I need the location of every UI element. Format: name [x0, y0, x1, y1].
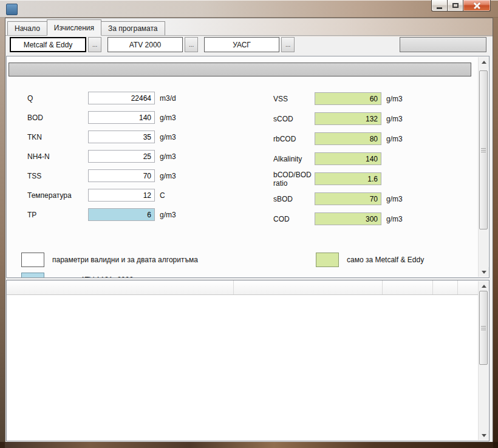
- method-options-button[interactable]: ...: [88, 37, 101, 52]
- close-icon: [473, 2, 481, 9]
- method-button[interactable]: УАСГ: [204, 37, 279, 52]
- results-table: [6, 280, 489, 441]
- thumb-grip-icon: [481, 326, 486, 330]
- maximize-button[interactable]: [447, 0, 463, 12]
- tab[interactable]: Изчисления: [47, 19, 101, 36]
- scrollbar-thumb[interactable]: [479, 70, 488, 229]
- scroll-up-button[interactable]: [479, 57, 489, 67]
- legend: параметри валидни и за двата алгоритъма …: [7, 56, 478, 277]
- method-group: ATV 2000 ...: [107, 37, 198, 52]
- column-header-filler: [458, 280, 479, 294]
- scroll-down-icon: [482, 271, 486, 274]
- legend-item: само за Metcalf & Eddy: [316, 253, 424, 267]
- titlebar: [0, 0, 498, 18]
- table-header: [7, 280, 479, 295]
- legend-swatch: [316, 253, 339, 267]
- table-body: [7, 294, 479, 441]
- legend-item: само за ATV A131 -2000: [21, 273, 134, 278]
- app-window: Начало Изчисления За програмата Metcalf …: [0, 0, 498, 448]
- thumb-grip-icon: [481, 148, 486, 152]
- minimize-button[interactable]: [431, 0, 447, 12]
- method-buttons: Metcalf & Eddy ... ATV 2000 ... УАСГ ...: [10, 37, 301, 52]
- scroll-down-icon: [482, 434, 486, 437]
- scrollbar-thumb[interactable]: [479, 291, 488, 365]
- window-controls: [431, 0, 491, 12]
- scroll-up-button[interactable]: [479, 281, 489, 291]
- method-options-button[interactable]: ...: [281, 37, 295, 52]
- toolbar: Metcalf & Eddy ... ATV 2000 ... УАСГ ...: [5, 37, 493, 53]
- close-button[interactable]: [463, 0, 491, 12]
- tab[interactable]: Начало: [7, 21, 47, 35]
- legend-swatch: [21, 253, 44, 267]
- client-area: Начало Изчисления За програмата Metcalf …: [5, 18, 493, 443]
- tab-strip: Начало Изчисления За програмата: [5, 19, 493, 36]
- column-header-number[interactable]: [433, 280, 458, 294]
- input-parameters-panel: Q m3/d BOD g/m3 TKN g/m3 NH4-N g/m3 TSS …: [6, 56, 489, 278]
- legend-label: само за Metcalf & Eddy: [347, 256, 424, 264]
- panel-scrollbar[interactable]: [478, 57, 488, 277]
- maximize-icon: [452, 3, 459, 8]
- table-scrollbar[interactable]: [478, 281, 488, 440]
- column-header-description[interactable]: [7, 280, 234, 294]
- method-button[interactable]: ATV 2000: [107, 37, 183, 52]
- scroll-up-icon: [482, 285, 486, 288]
- legend-swatch: [21, 273, 44, 278]
- method-group: УАСГ ...: [204, 37, 295, 52]
- legend-item: параметри валидни и за двата алгоритъма: [21, 253, 198, 267]
- method-group: Metcalf & Eddy ...: [10, 37, 101, 52]
- method-options-button[interactable]: ...: [185, 37, 198, 52]
- scroll-down-button[interactable]: [479, 430, 489, 440]
- minimize-icon: [437, 7, 442, 9]
- window-frame-edge: [493, 18, 498, 448]
- scroll-up-icon: [482, 61, 486, 64]
- column-header-value[interactable]: [234, 280, 383, 294]
- legend-label: параметри валидни и за двата алгоритъма: [52, 256, 198, 264]
- legend-label: само за ATV A131 -2000: [52, 276, 134, 278]
- scroll-down-button[interactable]: [479, 267, 489, 277]
- tab[interactable]: За програмата: [101, 21, 165, 35]
- app-logo-icon: [6, 4, 18, 15]
- column-header-dimension[interactable]: [383, 280, 433, 294]
- compare-table-button[interactable]: [400, 37, 486, 52]
- method-button[interactable]: Metcalf & Eddy: [10, 37, 86, 52]
